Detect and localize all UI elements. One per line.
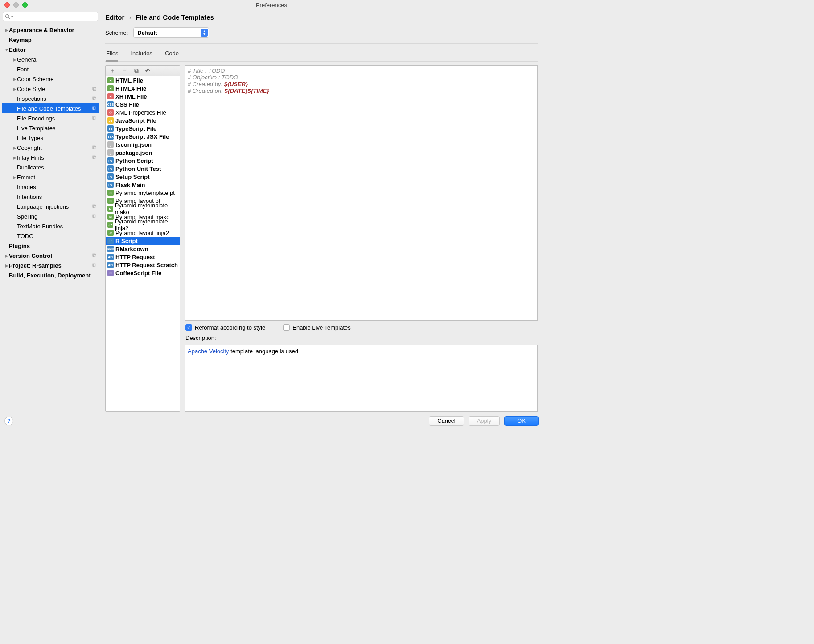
tree-arrow-icon: ▶ [12,87,17,91]
breadcrumb-root[interactable]: Editor [105,13,124,21]
apache-velocity-link[interactable]: Apache Velocity [188,348,229,355]
tree-item-label: Live Templates [17,125,97,132]
tree-item[interactable]: Inspections⧉ [2,94,99,103]
template-item[interactable]: J2Pyramid layout jinja2 [106,229,180,237]
template-item[interactable]: HHTML4 File [106,84,180,92]
project-scope-icon: ⧉ [91,105,97,111]
remove-button[interactable]: － [122,67,128,75]
tree-item[interactable]: Duplicates [2,162,99,172]
copy-button[interactable]: ⧉ [134,67,139,74]
reformat-checkbox[interactable]: ✓ Reformat according to style [185,324,265,331]
tree-item-label: Copyright [17,144,91,151]
template-item[interactable]: JSJavaScript File [106,116,180,124]
tree-item[interactable]: Live Templates [2,123,99,133]
tree-item[interactable]: Keymap [2,35,99,45]
tree-item[interactable]: ▶Project: R-samples⧉ [2,260,99,270]
svg-point-0 [6,15,9,18]
file-type-icon: H [107,93,114,99]
add-button[interactable]: ＋ [109,67,115,75]
titlebar: Preferences [0,0,543,10]
template-label: XHTML File [115,93,147,100]
tab[interactable]: Code [165,50,179,61]
chevron-down-icon: ▾ [11,14,13,19]
window-title: Preferences [0,2,543,8]
template-item[interactable]: CPyramid mytemplate pt [106,189,180,197]
tree-item[interactable]: ▶Color Scheme [2,74,99,84]
file-type-icon: M [107,206,113,212]
help-button[interactable]: ? [4,417,13,425]
template-item[interactable]: <>XML Properties File [106,108,180,116]
template-item[interactable]: PYPython Script [106,157,180,165]
tree-item[interactable]: Build, Execution, Deployment [2,270,99,280]
template-item[interactable]: PYPython Unit Test [106,165,180,173]
tree-item[interactable]: Plugins [2,241,99,251]
tree-item[interactable]: TODO [2,231,99,241]
tree-item[interactable]: Language Injections⧉ [2,202,99,211]
cancel-button[interactable]: Cancel [429,416,464,426]
tree-item[interactable]: TextMate Bundles [2,221,99,231]
tree-item[interactable]: ▶Code Style⧉ [2,84,99,94]
template-label: HTTP Request [115,254,155,260]
enable-live-templates-checkbox[interactable]: Enable Live Templates [283,324,351,331]
tree-item[interactable]: Font [2,64,99,74]
tree-item[interactable]: ▼Editor [2,45,99,54]
template-item[interactable]: TSXTypeScript JSX File [106,132,180,140]
project-scope-icon: ⧉ [91,252,97,259]
file-type-icon: {} [107,141,114,148]
tree-item[interactable]: ▶Version Control⧉ [2,251,99,260]
template-item[interactable]: APIHTTP Request [106,253,180,261]
tree-item[interactable]: ▶Appearance & Behavior [2,25,99,35]
template-item[interactable]: RR Script [106,237,180,245]
tree-item[interactable]: File Types [2,133,99,143]
template-item[interactable]: TSTypeScript File [106,124,180,132]
tree-item[interactable]: ▶Copyright⧉ [2,143,99,153]
project-scope-icon: ⧉ [91,203,97,210]
template-item[interactable]: CSSCSS File [106,100,180,108]
template-item[interactable]: {}tsconfig.json [106,140,180,149]
tree-item-label: Color Scheme [17,76,97,83]
template-item[interactable]: HXHTML File [106,92,180,100]
template-label: HTML4 File [115,85,146,92]
search-icon [5,14,10,19]
scheme-select[interactable]: Default ▲▼ [133,27,209,38]
file-type-icon: TS [107,125,114,132]
tree-item-label: Keymap [9,37,97,43]
tree-item-label: Code Style [17,86,91,92]
template-item[interactable]: APIHTTP Request Scratch [106,261,180,269]
template-item[interactable]: RMDRMarkdown [106,245,180,253]
tree-item[interactable]: File and Code Templates⧉ [2,103,99,113]
tab[interactable]: Includes [131,50,152,61]
tab[interactable]: Files [106,50,118,62]
file-type-icon: <> [107,109,114,116]
template-item[interactable]: PYFlask Main [106,181,180,189]
tree-item[interactable]: Images [2,182,99,192]
template-label: HTML File [115,77,143,84]
tree-item-label: Inspections [17,95,91,102]
file-type-icon: C [107,198,114,204]
tree-item[interactable]: ▶Emmet [2,172,99,182]
tree-item-label: Language Injections [17,203,91,210]
file-type-icon: R [107,238,114,244]
tree-item[interactable]: Spelling⧉ [2,211,99,221]
template-item[interactable]: HHTML File [106,76,180,84]
tree-item[interactable]: ▶General [2,54,99,64]
breadcrumb-leaf: File and Code Templates [136,13,214,21]
template-item[interactable]: PYSetup Script [106,173,180,181]
template-editor[interactable]: # Title : TODO# Objective : TODO# Create… [185,65,538,321]
file-type-icon: PY [107,182,114,188]
template-item[interactable]: MPyramid mytemplate mako [106,205,180,213]
ok-button[interactable]: OK [504,416,539,426]
description-label: Description: [185,334,538,341]
settings-tree: ▶Appearance & BehaviorKeymap▼Editor▶Gene… [2,22,99,412]
tree-arrow-icon: ▶ [4,253,9,258]
template-item[interactable]: {}package.json [106,149,180,157]
tree-item[interactable]: Intentions [2,192,99,202]
tree-item[interactable]: File Encodings⧉ [2,113,99,123]
tree-item[interactable]: ▶Inlay Hints⧉ [2,153,99,162]
project-scope-icon: ⧉ [91,262,97,268]
search-input[interactable]: ▾ [3,12,98,21]
template-item[interactable]: J2Pyramid mytemplate jinja2 [106,221,180,229]
revert-button[interactable]: ↶ [145,67,150,74]
template-item[interactable]: CCoffeeScript File [106,269,180,277]
apply-button[interactable]: Apply [469,416,500,426]
